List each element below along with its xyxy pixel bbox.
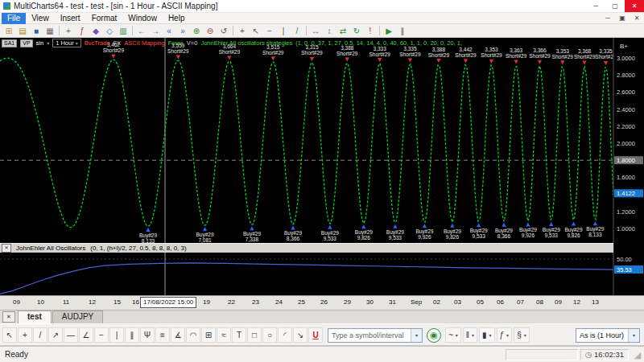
symbol-interval-combo[interactable]: Type a symbol/interval ▾ [328,328,423,343]
vertical-line-tool-icon[interactable]: | [109,327,124,343]
vertical-line-icon[interactable]: | [277,25,290,37]
resolution-caret-icon: ▾ [76,41,78,46]
insert-window-icon[interactable]: ⊞ [2,25,15,37]
short-signal-label: Short#29 [399,51,421,57]
insert-study-icon[interactable]: ƒ [76,25,89,37]
symbol-caret-icon[interactable]: ▾ [47,40,49,46]
crosshair-tool-icon[interactable]: + [18,327,32,343]
buy-price-label: 9,826 [357,235,371,241]
apply-symbol-button[interactable]: ◉ [427,328,441,343]
menu-item-help[interactable]: Help [163,13,191,24]
channel-tool-icon[interactable]: ∥ [125,327,139,343]
text-tool-icon[interactable]: T [232,327,246,343]
time-tick-label: 19 [203,298,210,306]
format-symbol-icon[interactable]: ◇ [103,25,116,37]
menu-item-window[interactable]: Window [122,13,163,24]
subchart-header[interactable]: ✕ JohnEhler All Oscillators (0, 1, (h+l)… [0,243,613,253]
caret-down-icon[interactable]: ▾ [524,332,526,338]
rectangle-tool-icon[interactable]: □ [247,327,262,343]
buy-price-label: 9,533 [545,232,559,238]
alerts-icon[interactable]: ! [364,25,377,37]
save-workspace-icon[interactable]: ■ [30,25,43,37]
caret-down-icon[interactable]: ▾ [472,332,474,338]
insert-indicator-combo[interactable]: ƒ▾ [497,327,513,343]
resolution-box[interactable]: 1 Hour ▾ [52,39,81,47]
angle-tool-icon[interactable]: ∠ [79,327,93,343]
time-axis[interactable]: 091011121516192223242526293031Sep0203050… [0,295,644,310]
subchart-close-icon[interactable]: ✕ [2,244,11,253]
bar-forward-icon[interactable]: → [149,25,162,37]
fib-retracement-tool-icon[interactable]: ≡ [155,327,170,343]
arc-tool-icon[interactable]: ◜ [278,327,292,343]
page-back-icon[interactable]: « [163,25,175,37]
ellipse-tool-icon[interactable]: ○ [262,327,277,343]
extended-line-tool-icon[interactable]: — [64,327,78,343]
format-study-icon[interactable]: ◆ [89,25,102,37]
crosshair-icon[interactable]: + [236,25,249,37]
short-signal-label: Short#29 [103,47,125,53]
pitchfork-tool-icon[interactable]: Ψ [140,327,155,343]
fib-fan-tool-icon[interactable]: ∡ [171,327,185,343]
pause-replay-icon[interactable]: ∥ [396,25,409,37]
insert-strategy-combo[interactable]: §▾ [514,327,530,343]
trendline-icon[interactable]: / [291,25,303,37]
price-axis-label: 2.6000 [617,88,635,96]
page-forward-icon[interactable]: » [176,25,189,37]
menu-item-file[interactable]: File [2,13,26,24]
resolution-combo[interactable]: As is (1 Hour) ▾ [576,328,640,343]
horizontal-line-icon[interactable]: − [263,25,276,37]
close-button[interactable]: ✕ [625,0,644,12]
screen-axis-badge[interactable]: SA1 [2,39,17,47]
workspace-tab-test[interactable]: test [18,311,52,323]
horizontal-line-tool-icon[interactable]: − [94,327,109,343]
caret-down-icon[interactable]: ▾ [506,332,509,338]
pointer-icon[interactable]: ↖ [250,25,262,37]
magnet-tool-icon[interactable]: U [308,327,323,343]
menu-item-insert[interactable]: Insert [55,13,86,24]
mdi-close-button[interactable]: ✕ [630,14,644,22]
menu-item-format[interactable]: Format [86,13,123,24]
open-workspace-icon[interactable]: ▤ [16,25,29,37]
zoom-out-icon[interactable]: ⊖ [204,25,217,37]
mdi-minimize-button[interactable]: ─ [601,14,615,22]
combo-caret-icon[interactable]: ▾ [411,329,422,342]
play-replay-icon[interactable]: ▶ [382,25,395,37]
resize-grip[interactable]: ◢ [631,348,644,361]
axis-corner-label[interactable]: B+ [620,43,628,50]
chart-style-bars-combo[interactable]: ‖▾ [463,327,477,343]
volume-profile-badge[interactable]: VP [20,39,32,47]
undo-zoom-icon[interactable]: ↺ [217,25,230,37]
trendline-tool-icon[interactable]: / [33,327,47,343]
arrow-tool-icon[interactable]: ↘ [293,327,308,343]
ray-tool-icon[interactable]: ↗ [48,327,63,343]
resolution-combo-caret-icon[interactable]: ▾ [628,329,639,342]
caret-down-icon[interactable]: ▾ [456,332,458,338]
chart-options-icon[interactable]: ▥ [117,25,130,37]
menu-item-view[interactable]: View [26,13,55,24]
grid-tool-icon[interactable]: ⊞ [201,327,216,343]
strategy-name-label[interactable]: JohnEhler All oscillators strategies [200,39,292,47]
zoom-in-icon[interactable]: ⊕ [190,25,203,37]
workspace-tab-audjpy[interactable]: AUDJPY [52,311,103,323]
toolbar-separator [59,26,60,35]
auto-scroll-icon[interactable]: ⇄ [336,25,349,37]
caret-down-icon[interactable]: ▾ [489,332,492,338]
minimize-button[interactable]: ─ [586,0,605,12]
price-chart-canvas[interactable]: 3,462Short#293,559Short#293,664Short#293… [0,38,644,295]
brush-tool-icon[interactable]: ≈ [217,327,231,343]
print-icon[interactable]: ▦ [43,25,56,37]
bar-back-icon[interactable]: ← [135,25,148,37]
symbol-label[interactable]: sin [36,39,44,47]
chart-style-candles-combo[interactable]: ▮▾ [479,327,495,343]
compress-bars-icon[interactable]: ↔ [309,25,322,37]
tab-close-icon[interactable]: ✕ [2,311,15,323]
pointer-tool-icon[interactable]: ↖ [2,327,17,343]
chart-style-line-combo[interactable]: ~▾ [445,327,461,343]
buy-price-label: 9,533 [389,235,402,241]
fib-arc-tool-icon[interactable]: ◠ [186,327,200,343]
expand-bars-icon[interactable]: ↕ [323,25,336,37]
insert-symbol-icon[interactable]: + [62,25,75,37]
reload-data-icon[interactable]: ↻ [350,25,363,37]
maximize-button[interactable]: ▢ [605,0,625,12]
mdi-restore-button[interactable]: ▣ [615,14,630,22]
